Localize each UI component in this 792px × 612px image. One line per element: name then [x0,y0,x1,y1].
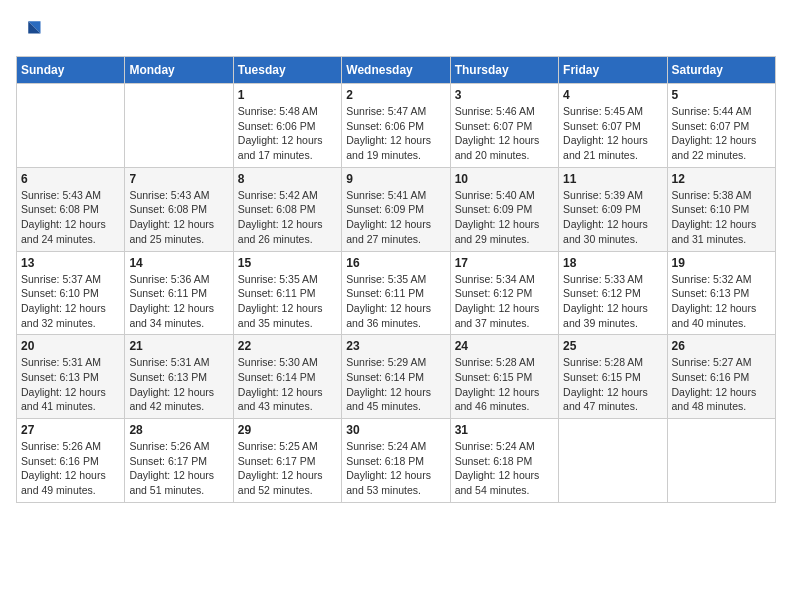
calendar-cell: 1Sunrise: 5:48 AM Sunset: 6:06 PM Daylig… [233,84,341,168]
calendar-cell: 28Sunrise: 5:26 AM Sunset: 6:17 PM Dayli… [125,419,233,503]
day-info: Sunrise: 5:41 AM Sunset: 6:09 PM Dayligh… [346,188,445,247]
calendar-cell: 10Sunrise: 5:40 AM Sunset: 6:09 PM Dayli… [450,167,558,251]
calendar-cell: 8Sunrise: 5:42 AM Sunset: 6:08 PM Daylig… [233,167,341,251]
day-number: 20 [21,339,120,353]
day-info: Sunrise: 5:29 AM Sunset: 6:14 PM Dayligh… [346,355,445,414]
day-number: 23 [346,339,445,353]
day-number: 18 [563,256,662,270]
calendar-cell: 20Sunrise: 5:31 AM Sunset: 6:13 PM Dayli… [17,335,125,419]
day-number: 19 [672,256,771,270]
day-info: Sunrise: 5:40 AM Sunset: 6:09 PM Dayligh… [455,188,554,247]
day-info: Sunrise: 5:37 AM Sunset: 6:10 PM Dayligh… [21,272,120,331]
day-header-tuesday: Tuesday [233,57,341,84]
day-info: Sunrise: 5:25 AM Sunset: 6:17 PM Dayligh… [238,439,337,498]
calendar-cell: 27Sunrise: 5:26 AM Sunset: 6:16 PM Dayli… [17,419,125,503]
day-info: Sunrise: 5:31 AM Sunset: 6:13 PM Dayligh… [21,355,120,414]
logo-icon [16,16,44,44]
day-number: 13 [21,256,120,270]
day-number: 29 [238,423,337,437]
calendar-cell: 18Sunrise: 5:33 AM Sunset: 6:12 PM Dayli… [559,251,667,335]
calendar-cell: 22Sunrise: 5:30 AM Sunset: 6:14 PM Dayli… [233,335,341,419]
day-info: Sunrise: 5:34 AM Sunset: 6:12 PM Dayligh… [455,272,554,331]
day-number: 14 [129,256,228,270]
day-number: 21 [129,339,228,353]
calendar-cell: 14Sunrise: 5:36 AM Sunset: 6:11 PM Dayli… [125,251,233,335]
day-info: Sunrise: 5:35 AM Sunset: 6:11 PM Dayligh… [238,272,337,331]
calendar-cell: 21Sunrise: 5:31 AM Sunset: 6:13 PM Dayli… [125,335,233,419]
day-number: 1 [238,88,337,102]
calendar-cell: 9Sunrise: 5:41 AM Sunset: 6:09 PM Daylig… [342,167,450,251]
day-number: 2 [346,88,445,102]
calendar-cell: 6Sunrise: 5:43 AM Sunset: 6:08 PM Daylig… [17,167,125,251]
day-info: Sunrise: 5:48 AM Sunset: 6:06 PM Dayligh… [238,104,337,163]
day-number: 3 [455,88,554,102]
calendar-week-3: 13Sunrise: 5:37 AM Sunset: 6:10 PM Dayli… [17,251,776,335]
day-header-friday: Friday [559,57,667,84]
day-info: Sunrise: 5:26 AM Sunset: 6:17 PM Dayligh… [129,439,228,498]
day-header-sunday: Sunday [17,57,125,84]
day-number: 22 [238,339,337,353]
day-number: 30 [346,423,445,437]
day-info: Sunrise: 5:45 AM Sunset: 6:07 PM Dayligh… [563,104,662,163]
day-header-saturday: Saturday [667,57,775,84]
day-info: Sunrise: 5:28 AM Sunset: 6:15 PM Dayligh… [455,355,554,414]
day-info: Sunrise: 5:43 AM Sunset: 6:08 PM Dayligh… [21,188,120,247]
calendar-cell: 4Sunrise: 5:45 AM Sunset: 6:07 PM Daylig… [559,84,667,168]
day-info: Sunrise: 5:44 AM Sunset: 6:07 PM Dayligh… [672,104,771,163]
day-number: 17 [455,256,554,270]
logo [16,16,48,44]
day-number: 31 [455,423,554,437]
day-info: Sunrise: 5:35 AM Sunset: 6:11 PM Dayligh… [346,272,445,331]
day-info: Sunrise: 5:30 AM Sunset: 6:14 PM Dayligh… [238,355,337,414]
day-info: Sunrise: 5:36 AM Sunset: 6:11 PM Dayligh… [129,272,228,331]
calendar-cell: 7Sunrise: 5:43 AM Sunset: 6:08 PM Daylig… [125,167,233,251]
calendar-cell: 19Sunrise: 5:32 AM Sunset: 6:13 PM Dayli… [667,251,775,335]
day-number: 5 [672,88,771,102]
day-number: 24 [455,339,554,353]
day-info: Sunrise: 5:31 AM Sunset: 6:13 PM Dayligh… [129,355,228,414]
day-info: Sunrise: 5:32 AM Sunset: 6:13 PM Dayligh… [672,272,771,331]
day-number: 4 [563,88,662,102]
calendar-cell: 31Sunrise: 5:24 AM Sunset: 6:18 PM Dayli… [450,419,558,503]
day-info: Sunrise: 5:47 AM Sunset: 6:06 PM Dayligh… [346,104,445,163]
day-header-monday: Monday [125,57,233,84]
day-number: 9 [346,172,445,186]
day-number: 26 [672,339,771,353]
day-number: 16 [346,256,445,270]
day-number: 25 [563,339,662,353]
day-number: 28 [129,423,228,437]
calendar-week-2: 6Sunrise: 5:43 AM Sunset: 6:08 PM Daylig… [17,167,776,251]
calendar-week-4: 20Sunrise: 5:31 AM Sunset: 6:13 PM Dayli… [17,335,776,419]
calendar-cell [559,419,667,503]
calendar-cell: 25Sunrise: 5:28 AM Sunset: 6:15 PM Dayli… [559,335,667,419]
calendar-cell: 17Sunrise: 5:34 AM Sunset: 6:12 PM Dayli… [450,251,558,335]
calendar-cell [667,419,775,503]
calendar-cell: 3Sunrise: 5:46 AM Sunset: 6:07 PM Daylig… [450,84,558,168]
page-header [16,16,776,44]
day-number: 8 [238,172,337,186]
calendar-header-row: SundayMondayTuesdayWednesdayThursdayFrid… [17,57,776,84]
day-number: 10 [455,172,554,186]
calendar-cell: 24Sunrise: 5:28 AM Sunset: 6:15 PM Dayli… [450,335,558,419]
day-info: Sunrise: 5:24 AM Sunset: 6:18 PM Dayligh… [346,439,445,498]
day-info: Sunrise: 5:46 AM Sunset: 6:07 PM Dayligh… [455,104,554,163]
day-info: Sunrise: 5:38 AM Sunset: 6:10 PM Dayligh… [672,188,771,247]
calendar-week-1: 1Sunrise: 5:48 AM Sunset: 6:06 PM Daylig… [17,84,776,168]
calendar-cell: 26Sunrise: 5:27 AM Sunset: 6:16 PM Dayli… [667,335,775,419]
day-info: Sunrise: 5:28 AM Sunset: 6:15 PM Dayligh… [563,355,662,414]
calendar-cell: 16Sunrise: 5:35 AM Sunset: 6:11 PM Dayli… [342,251,450,335]
calendar: SundayMondayTuesdayWednesdayThursdayFrid… [16,56,776,503]
day-number: 7 [129,172,228,186]
calendar-cell: 12Sunrise: 5:38 AM Sunset: 6:10 PM Dayli… [667,167,775,251]
calendar-cell: 29Sunrise: 5:25 AM Sunset: 6:17 PM Dayli… [233,419,341,503]
calendar-cell: 11Sunrise: 5:39 AM Sunset: 6:09 PM Dayli… [559,167,667,251]
calendar-cell: 23Sunrise: 5:29 AM Sunset: 6:14 PM Dayli… [342,335,450,419]
day-header-wednesday: Wednesday [342,57,450,84]
day-number: 11 [563,172,662,186]
day-info: Sunrise: 5:27 AM Sunset: 6:16 PM Dayligh… [672,355,771,414]
day-info: Sunrise: 5:43 AM Sunset: 6:08 PM Dayligh… [129,188,228,247]
day-number: 12 [672,172,771,186]
day-info: Sunrise: 5:26 AM Sunset: 6:16 PM Dayligh… [21,439,120,498]
day-info: Sunrise: 5:42 AM Sunset: 6:08 PM Dayligh… [238,188,337,247]
day-info: Sunrise: 5:39 AM Sunset: 6:09 PM Dayligh… [563,188,662,247]
